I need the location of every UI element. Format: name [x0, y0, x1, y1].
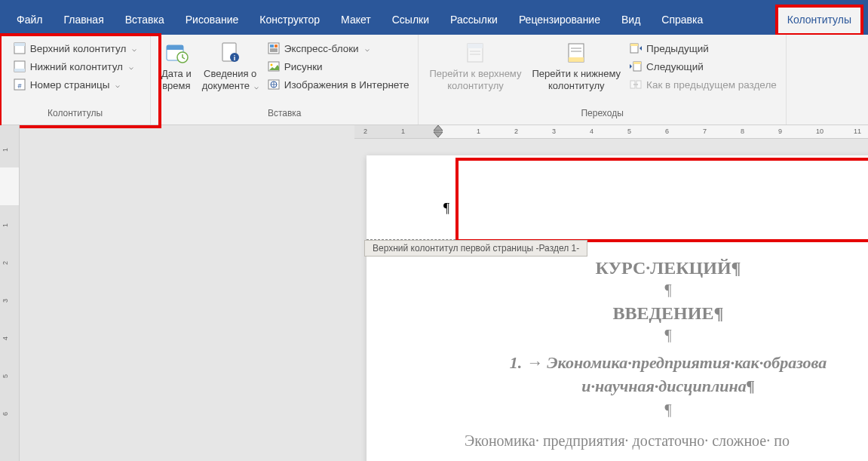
- goto-header-button: Перейти к верхнему колонтитулу: [425, 38, 526, 106]
- ruler-tick: 4: [2, 337, 9, 340]
- ribbon-group-insert: Дата и время i Сведения о документе ⌵ Эк…: [151, 35, 419, 124]
- svg-rect-25: [569, 57, 584, 62]
- calendar-clock-icon: [164, 41, 189, 65]
- svg-rect-13: [270, 45, 274, 48]
- tab-layout[interactable]: Макет: [330, 6, 382, 35]
- tab-design[interactable]: Конструктор: [249, 6, 330, 35]
- header-dropdown[interactable]: Верхний колонтитул ⌵: [11, 41, 140, 56]
- work-area: 1 1 2 3 4 5 6 ¶ Верхний колонтитул перво…: [0, 125, 868, 461]
- date-time-button[interactable]: Дата и время: [157, 38, 196, 106]
- svg-rect-21: [468, 44, 483, 48]
- svg-rect-22: [470, 51, 480, 52]
- blank-para: ¶: [442, 401, 868, 419]
- online-pictures-button[interactable]: Изображения в Интернете: [265, 77, 413, 92]
- tab-help[interactable]: Справка: [651, 6, 713, 35]
- group-insert-label: Вставка: [268, 106, 302, 121]
- online-picture-icon: [268, 78, 280, 91]
- tab-mailings[interactable]: Рассылки: [440, 6, 508, 35]
- blank-para: ¶: [442, 327, 868, 344]
- group-headers-label: Колонтитулы: [48, 106, 103, 121]
- doc-info-icon: i: [218, 41, 242, 65]
- page-number-dropdown[interactable]: # Номер страницы ⌵: [11, 77, 140, 92]
- link-previous-label: Как в предыдущем разделе: [646, 79, 777, 91]
- previous-button[interactable]: Предыдущий: [627, 41, 780, 56]
- goto-footer-label: Перейти к нижнему колонтитулу: [532, 68, 621, 91]
- quick-parts-button[interactable]: Экспресс-блоки ⌵: [265, 41, 413, 56]
- vertical-ruler[interactable]: 1 1 2 3 4 5 6: [0, 125, 20, 461]
- ruler-tick: 3: [2, 299, 9, 303]
- pictures-button[interactable]: Рисунки: [265, 59, 413, 74]
- header-area[interactable]: ¶ Верхний колонтитул первой страницы -Ра…: [367, 155, 868, 240]
- header-dropdown-label: Верхний колонтитул: [30, 43, 127, 54]
- document-body: КУРС·ЛЕКЦИЙ¶ ¶ ВВЕДЕНИЕ¶ ¶ 1. → Экономик…: [367, 240, 868, 461]
- next-icon: [630, 60, 642, 72]
- pictures-label: Рисунки: [284, 61, 323, 72]
- goto-header-label: Перейти к верхнему колонтитулу: [429, 68, 521, 91]
- svg-rect-1: [14, 43, 25, 46]
- blank-para: ¶: [442, 281, 868, 299]
- chevron-down-icon: ⌵: [115, 81, 120, 89]
- svg-rect-15: [270, 48, 278, 52]
- page[interactable]: ¶ Верхний колонтитул первой страницы -Ра…: [367, 155, 868, 461]
- next-label: Следующий: [646, 61, 704, 72]
- svg-rect-31: [633, 62, 641, 64]
- previous-label: Предыдущий: [646, 43, 709, 54]
- svg-rect-26: [571, 48, 581, 49]
- goto-header-icon: [463, 41, 487, 65]
- chevron-down-icon: ⌵: [365, 45, 370, 53]
- ruler-tick: 2: [2, 261, 9, 265]
- ribbon: Верхний колонтитул ⌵ Нижний колонтитул ⌵…: [0, 35, 868, 125]
- page-header-icon: [14, 42, 26, 54]
- date-time-label: Дата и время: [161, 68, 192, 91]
- group-nav-label: Переходы: [581, 106, 623, 121]
- footer-dropdown-label: Нижний колонтитул: [30, 61, 123, 72]
- page-footer-icon: [14, 60, 26, 72]
- tab-references[interactable]: Ссылки: [382, 6, 440, 35]
- doc-info-button[interactable]: i Сведения о документе ⌵: [198, 38, 263, 106]
- highlight-box: [455, 158, 868, 242]
- svg-rect-23: [470, 54, 480, 55]
- page-number-icon: #: [14, 78, 26, 91]
- ruler-tick: 5: [2, 374, 9, 378]
- ribbon-tabs: Файл Главная Вставка Рисование Конструкт…: [0, 0, 868, 35]
- doc-title: КУРС·ЛЕКЦИЙ¶: [442, 258, 868, 278]
- next-button[interactable]: Следующий: [627, 59, 780, 74]
- tab-insert[interactable]: Вставка: [115, 6, 175, 35]
- tab-view[interactable]: Вид: [611, 6, 651, 35]
- previous-icon: [630, 42, 642, 54]
- tab-draw[interactable]: Рисование: [175, 6, 250, 35]
- tab-file[interactable]: Файл: [6, 6, 53, 35]
- doc-heading: 1. → Экономика·предприятия·как·образова …: [442, 352, 868, 398]
- quick-parts-icon: [268, 42, 280, 54]
- doc-info-label: Сведения о документе ⌵: [202, 68, 259, 91]
- tab-home[interactable]: Главная: [53, 6, 114, 35]
- doc-paragraph: Экономика· предприятия· достаточно· слож…: [442, 429, 868, 461]
- svg-text:i: i: [234, 54, 236, 62]
- online-pictures-label: Изображения в Интернете: [284, 79, 409, 91]
- ribbon-group-navigation: Перейти к верхнему колонтитулу Перейти к…: [419, 35, 786, 124]
- svg-point-17: [270, 64, 272, 66]
- document-container: ¶ Верхний колонтитул первой страницы -Ра…: [20, 125, 868, 461]
- tab-headers-footers[interactable]: Колонтитулы: [777, 6, 862, 35]
- picture-icon: [268, 60, 280, 72]
- quick-parts-label: Экспресс-блоки: [284, 43, 359, 54]
- ruler-tick: 1: [2, 148, 9, 152]
- ribbon-group-headers: Верхний колонтитул ⌵ Нижний колонтитул ⌵…: [0, 35, 151, 124]
- svg-rect-29: [630, 44, 638, 46]
- svg-rect-7: [167, 45, 183, 50]
- goto-footer-icon: [564, 41, 588, 65]
- page-number-dropdown-label: Номер страницы: [30, 79, 110, 91]
- footer-dropdown[interactable]: Нижний колонтитул ⌵: [11, 59, 140, 74]
- svg-rect-14: [275, 45, 278, 48]
- ruler-tick: 1: [2, 223, 9, 227]
- link-previous-button: Как в предыдущем разделе: [627, 77, 780, 92]
- ruler-tick: 6: [2, 412, 9, 416]
- svg-rect-3: [14, 69, 25, 72]
- cursor-pilcrow: ¶: [443, 201, 449, 217]
- tab-review[interactable]: Рецензирование: [508, 6, 611, 35]
- header-tag: Верхний колонтитул первой страницы -Разд…: [364, 240, 587, 257]
- chevron-down-icon: ⌵: [132, 45, 136, 53]
- link-icon: [630, 78, 642, 91]
- goto-footer-button[interactable]: Перейти к нижнему колонтитулу: [527, 38, 625, 106]
- doc-intro: ВВЕДЕНИЕ¶: [442, 303, 868, 324]
